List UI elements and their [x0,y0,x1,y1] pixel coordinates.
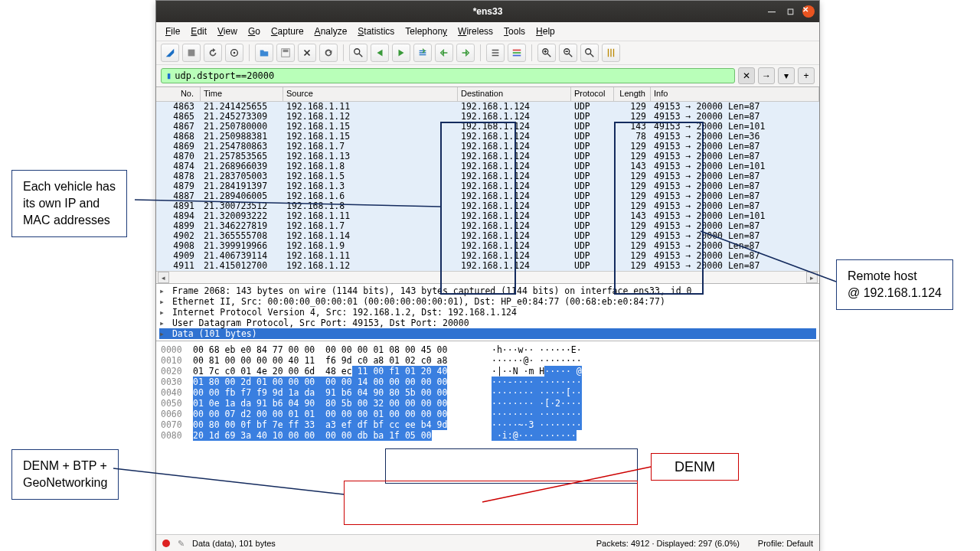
prev-icon[interactable] [371,44,389,62]
stop-icon[interactable] [182,44,201,62]
svg-point-2 [234,52,236,54]
table-row[interactable]: 490821.399919966192.168.1.9192.168.1.124… [156,241,819,251]
table-row[interactable]: 487821.283705003192.168.1.5192.168.1.124… [156,171,819,181]
zoom-in-icon[interactable] [537,44,556,62]
svg-rect-7 [513,52,521,54]
packet-list-header[interactable]: No. Time Source Destination Protocol Len… [156,87,819,102]
zoom-reset-icon[interactable] [580,44,599,62]
svg-rect-6 [513,50,521,51]
titlebar: *ens33 — ☐ ✕ [156,1,819,22]
table-row[interactable]: 489121.300723512192.168.1.8192.168.1.124… [156,201,819,211]
table-row[interactable]: 486821.250988381192.168.1.15192.168.1.12… [156,132,819,142]
table-row[interactable]: 490921.406739114192.168.1.11192.168.1.12… [156,251,819,261]
filter-history-icon[interactable]: ▾ [778,67,795,84]
packet-list: No. Time Source Destination Protocol Len… [156,86,819,284]
col-proto-header[interactable]: Protocol [571,87,614,101]
scroll-left-icon[interactable]: ◂ [158,272,169,283]
table-row[interactable]: 486521.245273309192.168.1.12192.168.1.12… [156,112,819,122]
menu-go[interactable]: Go [243,24,265,38]
scroll-right-icon[interactable]: ▸ [806,272,818,283]
filter-bar: ▮ udp.dstport==20000 ✕ → ▾ + [156,65,819,86]
menu-help[interactable]: Help [531,24,560,38]
svg-rect-8 [513,55,521,57]
table-row[interactable]: 489421.320093222192.168.1.11192.168.1.12… [156,211,819,221]
hex-pane[interactable]: 000000 68 eb e0 84 77 00 00 00 00 00 01 … [156,341,819,534]
col-info-header[interactable]: Info [651,87,819,101]
display-filter-input[interactable]: ▮ udp.dstport==20000 [161,68,735,83]
expert-info-icon[interactable] [162,540,170,547]
add-filter-icon[interactable]: + [798,67,815,84]
annotation-vehicle: Each vehicle has its own IP and MAC addr… [11,170,127,237]
status-packets: Packets: 4912 · Displayed: 297 (6.0%) [596,539,740,548]
reload-icon[interactable] [319,44,338,62]
svg-rect-0 [188,50,195,57]
packet-details[interactable]: ▸ Frame 2068: 143 bytes on wire (1144 bi… [156,284,819,341]
table-row[interactable]: 487921.284191397192.168.1.3192.168.1.124… [156,181,819,191]
annotation-denm: DENM [651,453,739,481]
col-time-header[interactable]: Time [201,87,283,101]
menu-file[interactable]: File [161,24,185,38]
svg-point-11 [586,49,591,54]
close-icon[interactable]: ✕ [802,5,815,18]
autoscroll-icon[interactable] [486,44,505,62]
col-dst-header[interactable]: Destination [458,87,571,101]
menu-capture[interactable]: Capture [266,24,309,38]
menu-statistics[interactable]: Statistics [353,24,399,38]
open-icon[interactable] [255,44,273,62]
options-icon[interactable] [225,44,243,62]
window-title: *ens33 [473,6,503,17]
bookmark-icon[interactable]: ▮ [166,70,172,81]
table-row[interactable]: 490221.365555708192.168.1.14192.168.1.12… [156,231,819,241]
col-src-header[interactable]: Source [283,87,458,101]
h-scrollbar[interactable]: ◂ ▸ [156,271,819,283]
table-row[interactable]: 487021.257853565192.168.1.13192.168.1.12… [156,152,819,161]
packet-list-body[interactable]: 486321.241425655192.168.1.11192.168.1.12… [156,102,819,271]
svg-rect-4 [283,50,289,53]
clear-filter-icon[interactable]: ✕ [738,67,755,84]
apply-filter-icon[interactable]: → [758,67,775,84]
menu-edit[interactable]: Edit [186,24,211,38]
status-left: Data (data), 101 bytes [192,539,276,548]
close-file-icon[interactable] [298,44,316,62]
table-row[interactable]: 487421.268966039192.168.1.8192.168.1.124… [156,161,819,171]
annotation-remote: Remote host @ 192.168.1.124 [836,259,953,310]
filter-text: udp.dstport==20000 [175,70,274,81]
status-profile[interactable]: Profile: Default [758,539,813,548]
minimize-icon[interactable]: — [766,5,778,18]
first-icon[interactable] [435,44,453,62]
menu-telephony[interactable]: Telephony [400,24,452,38]
maximize-icon[interactable]: ☐ [784,5,796,18]
zoom-out-icon[interactable] [559,44,577,62]
col-len-header[interactable]: Length [614,87,651,101]
menu-view[interactable]: View [213,24,242,38]
menubar: File Edit View Go Capture Analyze Statis… [156,22,819,41]
statusbar: ✎ Data (data), 101 bytes Packets: 4912 ·… [156,534,819,551]
toolbar [156,41,819,65]
find-icon[interactable] [349,44,368,62]
colorize-icon[interactable] [508,44,526,62]
fin-icon[interactable] [161,44,179,62]
menu-tools[interactable]: Tools [499,24,530,38]
table-row[interactable]: 486921.254780863192.168.1.7192.168.1.124… [156,142,819,152]
table-row[interactable]: 486321.241425655192.168.1.11192.168.1.12… [156,102,819,112]
menu-wireless[interactable]: Wireless [453,24,498,38]
svg-point-5 [354,49,360,54]
edit-icon[interactable]: ✎ [178,539,185,549]
table-row[interactable]: 491121.415012700192.168.1.12192.168.1.12… [156,261,819,271]
annotation-geo: DENM + BTP + GeoNetworking [11,449,119,500]
last-icon[interactable] [456,44,475,62]
next-icon[interactable] [392,44,410,62]
resize-cols-icon[interactable] [602,44,620,62]
table-row[interactable]: 489921.346227819192.168.1.7192.168.1.124… [156,221,819,231]
table-row[interactable]: 486721.250780000192.168.1.15192.168.1.12… [156,122,819,132]
goto-icon[interactable] [413,44,432,62]
col-no-header[interactable]: No. [156,87,201,101]
restart-icon[interactable] [204,44,222,62]
table-row[interactable]: 488721.289406005192.168.1.6192.168.1.124… [156,191,819,201]
save-icon[interactable] [276,44,295,62]
menu-analyze[interactable]: Analyze [310,24,352,38]
